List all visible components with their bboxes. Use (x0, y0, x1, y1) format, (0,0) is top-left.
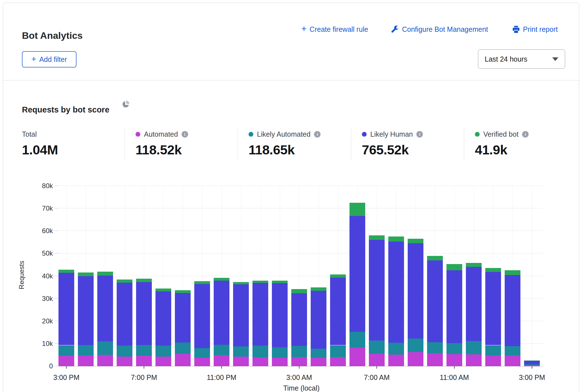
create-firewall-rule-link[interactable]: + Create firewall rule (301, 24, 368, 34)
bar-segment-likely-automated[interactable] (524, 364, 540, 366)
bar-segment-likely-automated[interactable] (485, 345, 501, 355)
bar-segment-likely-automated[interactable] (58, 345, 74, 356)
bar-segment-likely-human[interactable] (408, 243, 423, 339)
bar-segment-likely-human[interactable] (349, 216, 365, 332)
bar-segment-likely-automated[interactable] (214, 345, 229, 355)
bar-segment-likely-automated[interactable] (78, 345, 94, 355)
bar-segment-verified-bot[interactable] (214, 278, 229, 281)
bar-segment-likely-automated[interactable] (272, 347, 288, 358)
bar-segment-automated[interactable] (349, 348, 365, 366)
bar-segment-automated[interactable] (252, 357, 268, 366)
info-icon[interactable]: i (182, 131, 188, 138)
bar-segment-automated[interactable] (408, 352, 423, 366)
bar-segment-likely-automated[interactable] (311, 349, 326, 357)
bar-segment-automated[interactable] (136, 356, 152, 366)
bar-segment-verified-bot[interactable] (97, 272, 113, 276)
bar-segment-automated[interactable] (117, 357, 132, 366)
bar-segment-likely-human[interactable] (78, 276, 94, 345)
bar-segment-automated[interactable] (485, 355, 501, 366)
bar-segment-verified-bot[interactable] (369, 235, 385, 240)
print-report-link[interactable]: Print report (512, 24, 558, 34)
bar-segment-automated[interactable] (214, 355, 229, 366)
bar-segment-automated[interactable] (427, 353, 443, 366)
bar-segment-likely-automated[interactable] (155, 346, 171, 356)
bar-segment-verified-bot[interactable] (78, 272, 94, 276)
bar-segment-likely-human[interactable] (291, 293, 307, 346)
bar-segment-verified-bot[interactable] (194, 281, 210, 284)
bar-segment-likely-automated[interactable] (349, 332, 365, 347)
bar-segment-automated[interactable] (233, 357, 249, 366)
bar-segment-verified-bot[interactable] (349, 203, 365, 216)
bar-segment-automated[interactable] (466, 354, 482, 366)
bar-segment-verified-bot[interactable] (136, 279, 152, 282)
info-icon[interactable]: i (314, 131, 321, 138)
bar-segment-automated[interactable] (505, 355, 520, 366)
info-icon[interactable]: i (522, 131, 529, 138)
bar-segment-automated[interactable] (155, 357, 171, 366)
bar-segment-verified-bot[interactable] (388, 236, 404, 242)
bar-segment-likely-human[interactable] (524, 361, 540, 364)
bar-segment-likely-automated[interactable] (233, 346, 249, 357)
bar-segment-likely-human[interactable] (369, 240, 385, 341)
bar-segment-likely-human[interactable] (388, 242, 404, 343)
bar-segment-likely-automated[interactable] (466, 341, 482, 354)
bar-segment-likely-human[interactable] (330, 278, 346, 345)
bar-segment-automated[interactable] (272, 358, 288, 366)
bar-segment-likely-automated[interactable] (330, 345, 346, 357)
bar-segment-verified-bot[interactable] (175, 290, 191, 293)
bar-segment-automated[interactable] (97, 355, 113, 366)
bar-segment-likely-human[interactable] (155, 291, 171, 346)
bar-segment-verified-bot[interactable] (524, 361, 540, 361)
bar-segment-verified-bot[interactable] (505, 270, 520, 275)
bar-segment-likely-automated[interactable] (136, 345, 152, 356)
bar-segment-verified-bot[interactable] (446, 264, 462, 270)
bar-segment-likely-human[interactable] (117, 283, 132, 346)
bar-segment-likely-automated[interactable] (291, 346, 307, 357)
bar-segment-verified-bot[interactable] (58, 270, 74, 273)
bar-segment-likely-human[interactable] (233, 284, 249, 346)
bar-segment-likely-automated[interactable] (97, 341, 113, 355)
bar-segment-likely-human[interactable] (446, 270, 462, 343)
bar-segment-automated[interactable] (194, 358, 210, 366)
bar-segment-verified-bot[interactable] (252, 281, 268, 283)
bar-segment-automated[interactable] (78, 355, 94, 366)
bar-segment-likely-human[interactable] (311, 291, 326, 349)
bar-segment-likely-human[interactable] (485, 272, 501, 345)
bar-segment-likely-automated[interactable] (427, 342, 443, 353)
bar-segment-likely-automated[interactable] (408, 339, 423, 352)
bar-segment-likely-human[interactable] (58, 273, 74, 345)
bar-segment-likely-automated[interactable] (194, 348, 210, 358)
bar-segment-verified-bot[interactable] (272, 281, 288, 283)
bar-segment-verified-bot[interactable] (291, 289, 307, 293)
bar-segment-likely-human[interactable] (427, 260, 443, 342)
bar-segment-likely-human[interactable] (252, 283, 268, 346)
bar-segment-verified-bot[interactable] (466, 263, 482, 267)
bar-segment-likely-human[interactable] (505, 275, 520, 346)
bar-segment-automated[interactable] (388, 355, 404, 366)
bar-segment-automated[interactable] (58, 356, 74, 366)
configure-bot-management-link[interactable]: Configure Bot Management (391, 24, 488, 34)
bar-segment-likely-human[interactable] (136, 282, 152, 345)
bar-segment-verified-bot[interactable] (330, 274, 346, 278)
bar-segment-verified-bot[interactable] (117, 280, 132, 283)
bar-segment-verified-bot[interactable] (311, 287, 326, 291)
bar-segment-likely-automated[interactable] (446, 343, 462, 354)
bar-segment-automated[interactable] (311, 358, 326, 366)
bar-segment-likely-human[interactable] (272, 283, 288, 347)
bar-segment-automated[interactable] (175, 354, 191, 366)
bar-segment-verified-bot[interactable] (427, 256, 443, 260)
bar-segment-verified-bot[interactable] (155, 289, 171, 291)
add-filter-button[interactable]: + Add filter (22, 51, 76, 67)
bar-segment-likely-automated[interactable] (252, 346, 268, 357)
bar-segment-automated[interactable] (330, 357, 346, 366)
bar-segment-verified-bot[interactable] (408, 239, 423, 243)
bar-segment-likely-human[interactable] (175, 293, 191, 342)
bar-segment-likely-human[interactable] (194, 284, 210, 348)
bar-segment-automated[interactable] (446, 354, 462, 366)
bar-segment-likely-automated[interactable] (369, 341, 385, 354)
bar-segment-automated[interactable] (369, 354, 385, 366)
bar-segment-automated[interactable] (291, 357, 307, 366)
bar-segment-likely-automated[interactable] (505, 346, 520, 356)
bar-segment-likely-automated[interactable] (388, 343, 404, 355)
bar-segment-likely-automated[interactable] (117, 346, 132, 356)
